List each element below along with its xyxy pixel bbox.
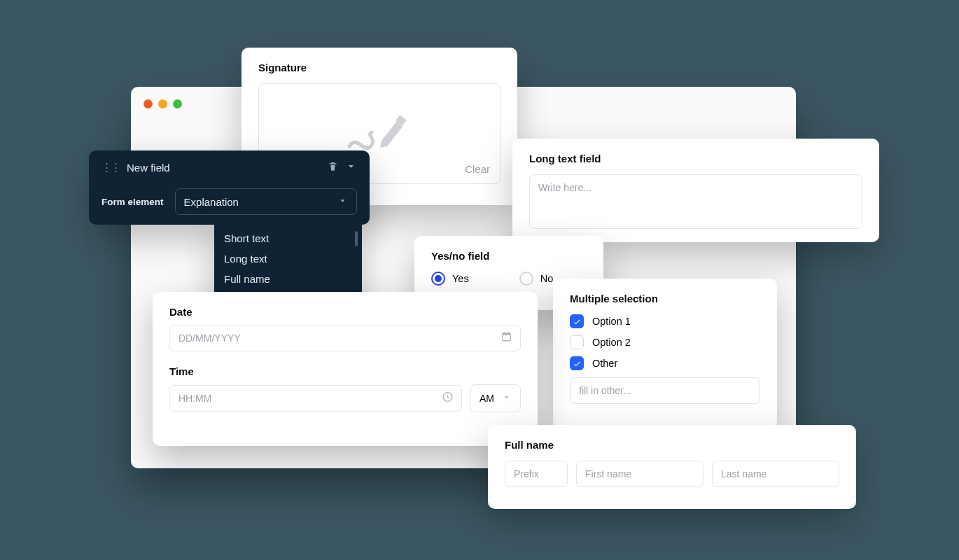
first-name-input[interactable] [576,461,704,487]
checkbox-option-1[interactable]: Option 1 [570,314,760,328]
dropdown-scrollbar[interactable] [355,231,358,246]
multiple-selection-card: Multiple selection Option 1 Option 2 Oth… [553,279,777,429]
radio-icon [519,272,533,286]
new-field-panel: ⋮⋮ New field Form element Explanation [89,150,370,225]
drag-handle-icon[interactable]: ⋮⋮ [102,161,120,174]
chevron-down-icon[interactable] [345,160,357,174]
checkbox-label: Option 2 [592,337,631,348]
full-name-card: Full name [488,425,856,509]
maximize-window-icon[interactable] [173,99,182,108]
long-text-card: Long text field Write here... [512,139,879,242]
date-input[interactable] [169,325,521,351]
trash-icon[interactable] [328,161,338,174]
full-name-title: Full name [505,439,839,451]
long-text-title: Long text field [529,153,862,164]
signature-title: Signature [258,62,500,74]
dropdown-option[interactable]: Full name [214,269,362,289]
prefix-input[interactable] [505,461,568,487]
clock-icon[interactable] [442,391,454,406]
calendar-icon[interactable] [500,331,512,346]
am-pm-select[interactable]: AM [470,384,521,412]
checkbox-icon [570,314,584,328]
minimize-window-icon[interactable] [158,99,167,108]
form-element-label: Form element [102,197,164,207]
form-element-selected: Explanation [184,196,239,208]
checkbox-icon [570,356,584,370]
new-field-title: New field [127,162,170,174]
last-name-input[interactable] [712,461,839,487]
pen-icon [348,113,411,155]
window-traffic-lights [144,99,182,108]
radio-yes[interactable]: Yes [431,272,469,286]
checkbox-label: Other [592,358,617,369]
chevron-down-icon [501,392,512,405]
signature-clear-button[interactable]: Clear [465,163,490,175]
time-input[interactable] [169,385,462,412]
radio-no-label: No [540,273,554,284]
date-label: Date [169,306,521,318]
yes-no-title: Yes/no field [431,250,587,262]
form-element-select[interactable]: Explanation [175,188,357,215]
time-label: Time [169,365,521,377]
radio-icon [431,272,445,286]
checkbox-option-2[interactable]: Option 2 [570,335,760,349]
dropdown-option[interactable]: Short text [214,228,362,248]
radio-no[interactable]: No [519,272,554,286]
close-window-icon[interactable] [144,99,153,108]
date-time-card: Date Time AM [153,292,538,446]
multiple-selection-title: Multiple selection [570,293,760,304]
dropdown-option[interactable]: Long text [214,248,362,269]
long-text-placeholder: Write here... [538,182,592,193]
other-input[interactable] [570,377,760,404]
checkbox-icon [570,335,584,349]
chevron-down-icon [337,195,348,208]
checkbox-label: Option 1 [592,316,631,327]
am-pm-label: AM [479,393,494,404]
checkbox-other[interactable]: Other [570,356,760,370]
long-text-input[interactable]: Write here... [529,174,862,229]
radio-yes-label: Yes [452,273,469,284]
